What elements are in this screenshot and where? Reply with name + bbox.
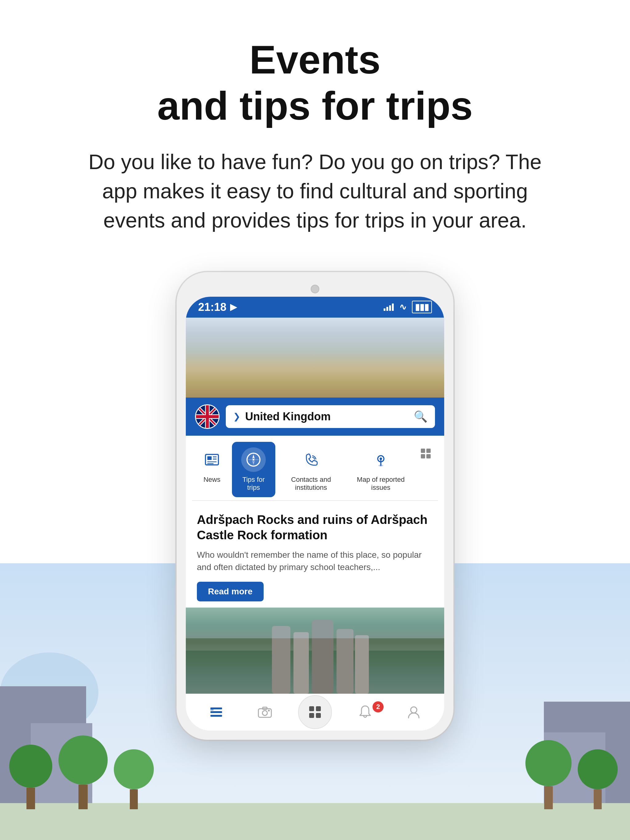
nav-more-button[interactable]	[415, 442, 438, 466]
phone-icon	[303, 452, 319, 467]
right-tree-group	[526, 740, 618, 809]
chevron-down-icon: ❯	[233, 411, 240, 422]
article-image	[186, 608, 444, 694]
grid-icon	[307, 704, 323, 720]
nav-label-tips: Tips for trips	[239, 476, 268, 492]
svg-rect-39	[211, 707, 214, 711]
phone-top-bar	[186, 281, 444, 297]
hero-image	[186, 317, 444, 398]
map-icon-circle	[369, 447, 393, 472]
svg-rect-31	[293, 632, 309, 694]
contacts-icon-circle	[299, 447, 323, 472]
nav-item-contacts[interactable]: Contacts and institutions	[275, 442, 347, 497]
phone-screen: 21:18 ▶ ∿ ▮▮▮	[186, 297, 444, 731]
uk-flag-svg	[196, 405, 219, 428]
left-tree-group	[9, 736, 154, 809]
svg-point-22	[380, 458, 382, 460]
status-icons: ∿ ▮▮▮	[384, 301, 432, 313]
svg-rect-44	[309, 706, 314, 711]
svg-rect-45	[316, 706, 321, 711]
nav-label-news: News	[203, 476, 220, 484]
svg-rect-26	[421, 454, 425, 458]
status-time: 21:18	[198, 301, 226, 314]
status-bar: 21:18 ▶ ∿ ▮▮▮	[186, 297, 444, 317]
tree-left-1	[9, 745, 52, 809]
svg-rect-10	[207, 456, 212, 460]
svg-point-23	[378, 464, 383, 466]
nav-item-news[interactable]: News	[192, 442, 232, 489]
bottom-navigation: 2	[186, 694, 444, 731]
bottom-nav-notifications[interactable]: 2	[350, 704, 380, 720]
svg-rect-37	[211, 711, 222, 713]
svg-rect-25	[426, 448, 431, 453]
bottom-nav-center-grid[interactable]	[298, 695, 332, 729]
location-search-box[interactable]: ❯ United Kingdom 🔍	[226, 405, 435, 428]
phone-mockup: 21:18 ▶ ∿ ▮▮▮	[177, 272, 453, 740]
tree-right-1	[526, 740, 571, 809]
news-icon-circle	[199, 447, 224, 472]
svg-rect-47	[316, 713, 321, 718]
country-flag[interactable]	[195, 404, 220, 429]
svg-rect-35	[186, 608, 444, 638]
rock-formation-svg	[186, 608, 444, 694]
bell-icon	[358, 704, 373, 720]
profile-icon	[406, 704, 421, 720]
svg-rect-38	[211, 715, 222, 717]
bottom-nav-profile[interactable]	[398, 704, 429, 720]
nav-label-contacts: Contacts and institutions	[283, 476, 340, 492]
read-more-button[interactable]: Read more	[197, 582, 264, 602]
tips-icon-circle	[241, 447, 266, 472]
svg-rect-46	[309, 713, 314, 718]
notification-badge: 2	[372, 701, 384, 712]
search-icon[interactable]: 🔍	[414, 410, 427, 423]
bottom-nav-camera[interactable]	[250, 704, 280, 720]
page-subtitle: Do you like to have fun? Do you go on tr…	[54, 147, 576, 235]
location-name: United Kingdom	[245, 410, 409, 423]
newspaper-icon	[204, 452, 220, 467]
phone-outer-shell: 21:18 ▶ ∿ ▮▮▮	[177, 272, 453, 740]
svg-marker-17	[252, 455, 255, 459]
svg-point-43	[268, 710, 270, 712]
tree-left-3	[114, 749, 154, 809]
svg-rect-27	[426, 454, 431, 458]
nav-label-map: Map of reported issues	[354, 476, 407, 492]
nav-item-map[interactable]: Map of reported issues	[347, 442, 415, 497]
article-excerpt: Who wouldn't remember the name of this p…	[197, 549, 433, 573]
compass-icon	[246, 452, 261, 467]
tree-left-2	[59, 736, 108, 809]
map-pin-icon	[373, 452, 388, 467]
location-bar: ❯ United Kingdom 🔍	[186, 398, 444, 436]
article-card: Adršpach Rocks and ruins of Adršpach Cas…	[186, 501, 444, 607]
article-title: Adršpach Rocks and ruins of Adršpach Cas…	[197, 512, 433, 543]
grid-more-icon	[419, 447, 433, 461]
svg-rect-8	[206, 405, 209, 428]
page-title: Events and tips for trips	[157, 37, 473, 129]
navigation-arrow-icon: ▶	[230, 302, 237, 312]
tree-right-2	[578, 749, 618, 809]
bottom-nav-home[interactable]	[201, 704, 232, 720]
wifi-icon: ∿	[399, 302, 406, 312]
camera-icon	[257, 704, 272, 720]
svg-point-48	[411, 707, 417, 713]
phone-camera	[311, 285, 319, 293]
svg-rect-34	[355, 635, 369, 694]
signal-bars-icon	[384, 303, 394, 311]
svg-rect-24	[421, 448, 425, 453]
page-content: Events and tips for trips Do you like to…	[0, 0, 630, 740]
category-nav: News Tips for	[186, 436, 444, 501]
svg-point-41	[263, 711, 268, 715]
battery-icon: ▮▮▮	[412, 301, 432, 313]
home-icon	[209, 704, 224, 720]
svg-marker-18	[252, 461, 255, 465]
svg-rect-33	[337, 629, 353, 694]
nav-item-tips[interactable]: Tips for trips	[232, 442, 275, 497]
